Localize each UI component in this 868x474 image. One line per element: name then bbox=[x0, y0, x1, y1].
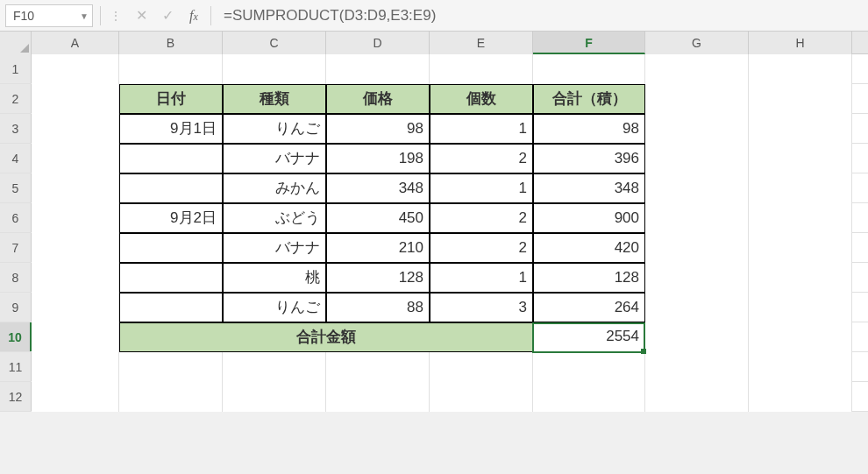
cell-D12[interactable] bbox=[326, 382, 430, 412]
col-header-E[interactable]: E bbox=[430, 32, 533, 54]
cell-G2[interactable] bbox=[645, 84, 749, 114]
name-box[interactable]: F10 ▼ bbox=[5, 4, 93, 27]
cell-E7[interactable]: 2 bbox=[430, 233, 533, 263]
row-header-10[interactable]: 10 bbox=[0, 322, 32, 351]
cell-F6[interactable]: 900 bbox=[533, 203, 645, 233]
cell-D8[interactable]: 128 bbox=[326, 263, 430, 293]
cell-C1[interactable] bbox=[223, 54, 326, 84]
select-all-corner[interactable] bbox=[0, 32, 32, 54]
cell-G4[interactable] bbox=[645, 144, 749, 173]
cell-B1[interactable] bbox=[119, 54, 223, 84]
cell-H11[interactable] bbox=[749, 352, 852, 382]
cell-F12[interactable] bbox=[533, 382, 645, 412]
cell-E1[interactable] bbox=[430, 54, 533, 84]
cell-A11[interactable] bbox=[32, 352, 119, 382]
cell-G1[interactable] bbox=[645, 54, 749, 84]
cell-H8[interactable] bbox=[749, 263, 852, 293]
cell-F1[interactable] bbox=[533, 54, 645, 84]
cell-G12[interactable] bbox=[645, 382, 749, 412]
cell-E11[interactable] bbox=[430, 352, 533, 382]
cell-D9[interactable]: 88 bbox=[326, 293, 430, 322]
cell-E2[interactable]: 個数 bbox=[430, 84, 533, 114]
cell-E9[interactable]: 3 bbox=[430, 293, 533, 322]
cell-E5[interactable]: 1 bbox=[430, 173, 533, 203]
cell-B12[interactable] bbox=[119, 382, 223, 412]
row-header-4[interactable]: 4 bbox=[0, 144, 32, 173]
row-header-9[interactable]: 9 bbox=[0, 293, 32, 322]
row-header-5[interactable]: 5 bbox=[0, 173, 32, 202]
cancel-icon[interactable]: ✕ bbox=[132, 7, 151, 24]
cell-D11[interactable] bbox=[326, 352, 430, 382]
name-box-dropdown-icon[interactable]: ▼ bbox=[80, 11, 89, 20]
cell-B10-E10-merged[interactable]: 合計金額 bbox=[119, 322, 533, 352]
cell-F3[interactable]: 98 bbox=[533, 114, 645, 144]
cell-C9[interactable]: りんご bbox=[223, 293, 326, 322]
cell-C11[interactable] bbox=[223, 352, 326, 382]
cell-F9[interactable]: 264 bbox=[533, 293, 645, 322]
row-header-6[interactable]: 6 bbox=[0, 203, 32, 232]
cell-F10[interactable]: 2554 bbox=[533, 322, 645, 352]
cell-A3[interactable] bbox=[32, 114, 119, 144]
row-header-2[interactable]: 2 bbox=[0, 84, 32, 113]
cell-B2[interactable]: 日付 bbox=[119, 84, 223, 114]
cell-A8[interactable] bbox=[32, 263, 119, 293]
cell-B4[interactable] bbox=[119, 144, 223, 173]
confirm-icon[interactable]: ✓ bbox=[158, 7, 177, 24]
cell-E3[interactable]: 1 bbox=[430, 114, 533, 144]
col-header-F[interactable]: F bbox=[533, 32, 645, 54]
formula-input[interactable]: =SUMPRODUCT(D3:D9,E3:E9) bbox=[218, 4, 863, 27]
sheet-grid[interactable]: A B C D E F G H 1 2 日付 種類 価格 個数 合計（ bbox=[0, 32, 868, 412]
cell-F7[interactable]: 420 bbox=[533, 233, 645, 263]
cell-F11[interactable] bbox=[533, 352, 645, 382]
cell-H4[interactable] bbox=[749, 144, 852, 173]
cell-G11[interactable] bbox=[645, 352, 749, 382]
cell-E12[interactable] bbox=[430, 382, 533, 412]
cell-B7[interactable] bbox=[119, 233, 223, 263]
col-header-D[interactable]: D bbox=[326, 32, 430, 54]
col-header-A[interactable]: A bbox=[32, 32, 119, 54]
cell-B8[interactable] bbox=[119, 263, 223, 293]
cell-D4[interactable]: 198 bbox=[326, 144, 430, 173]
cell-G10[interactable] bbox=[645, 322, 749, 352]
cell-A6[interactable] bbox=[32, 203, 119, 233]
cell-G3[interactable] bbox=[645, 114, 749, 144]
cell-B6[interactable]: 9月2日 bbox=[119, 203, 223, 233]
cell-G9[interactable] bbox=[645, 293, 749, 322]
cell-C2[interactable]: 種類 bbox=[223, 84, 326, 114]
cell-B11[interactable] bbox=[119, 352, 223, 382]
cell-E4[interactable]: 2 bbox=[430, 144, 533, 173]
cell-A5[interactable] bbox=[32, 173, 119, 203]
cell-G5[interactable] bbox=[645, 173, 749, 203]
cell-F5[interactable]: 348 bbox=[533, 173, 645, 203]
cell-G6[interactable] bbox=[645, 203, 749, 233]
cell-F4[interactable]: 396 bbox=[533, 144, 645, 173]
cell-H2[interactable] bbox=[749, 84, 852, 114]
cell-B9[interactable] bbox=[119, 293, 223, 322]
cell-H7[interactable] bbox=[749, 233, 852, 263]
cell-D3[interactable]: 98 bbox=[326, 114, 430, 144]
cell-H1[interactable] bbox=[749, 54, 852, 84]
cell-F2[interactable]: 合計（積） bbox=[533, 84, 645, 114]
col-header-G[interactable]: G bbox=[645, 32, 749, 54]
cell-A2[interactable] bbox=[32, 84, 119, 114]
row-header-1[interactable]: 1 bbox=[0, 54, 32, 83]
cell-D5[interactable]: 348 bbox=[326, 173, 430, 203]
cell-A1[interactable] bbox=[32, 54, 119, 84]
row-header-7[interactable]: 7 bbox=[0, 233, 32, 262]
cell-E8[interactable]: 1 bbox=[430, 263, 533, 293]
cell-G8[interactable] bbox=[645, 263, 749, 293]
cell-C4[interactable]: バナナ bbox=[223, 144, 326, 173]
cell-H12[interactable] bbox=[749, 382, 852, 412]
cell-B5[interactable] bbox=[119, 173, 223, 203]
cell-C12[interactable] bbox=[223, 382, 326, 412]
cell-H6[interactable] bbox=[749, 203, 852, 233]
cell-C6[interactable]: ぶどう bbox=[223, 203, 326, 233]
cell-A9[interactable] bbox=[32, 293, 119, 322]
cell-A12[interactable] bbox=[32, 382, 119, 412]
cell-H5[interactable] bbox=[749, 173, 852, 203]
cell-A7[interactable] bbox=[32, 233, 119, 263]
col-header-B[interactable]: B bbox=[119, 32, 223, 54]
cell-E6[interactable]: 2 bbox=[430, 203, 533, 233]
cell-C7[interactable]: バナナ bbox=[223, 233, 326, 263]
cell-F8[interactable]: 128 bbox=[533, 263, 645, 293]
